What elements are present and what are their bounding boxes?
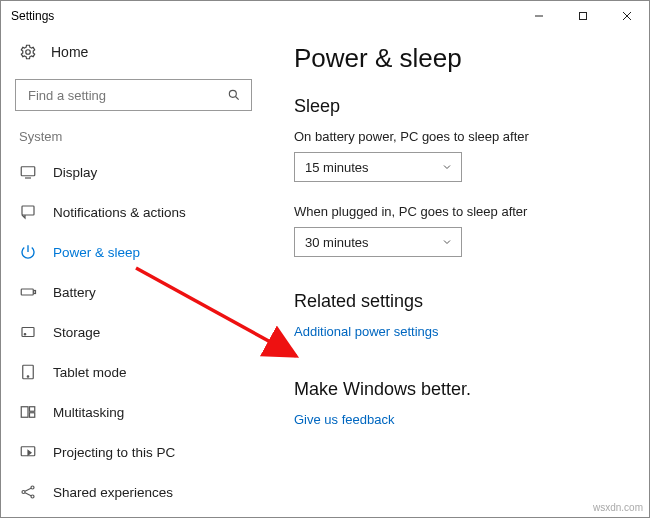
multitasking-icon [19, 403, 37, 421]
group-label: System [1, 125, 266, 152]
settings-window: Settings Home [0, 0, 650, 518]
sidebar-item-label: Notifications & actions [53, 205, 186, 220]
home-label: Home [51, 44, 88, 60]
sidebar-item-power-sleep[interactable]: Power & sleep [1, 232, 266, 272]
search-icon [227, 88, 241, 102]
sleep-heading: Sleep [294, 96, 625, 117]
sidebar-item-label: Projecting to this PC [53, 445, 175, 460]
window-controls [517, 1, 649, 31]
home-button[interactable]: Home [1, 37, 266, 71]
svg-rect-10 [21, 289, 33, 295]
sidebar-item-shared[interactable]: Shared experiences [1, 472, 266, 512]
svg-point-22 [31, 495, 34, 498]
battery-sleep-value: 15 minutes [305, 160, 369, 175]
plugged-sleep-value: 30 minutes [305, 235, 369, 250]
chevron-down-icon [441, 161, 453, 173]
sidebar-item-label: Tablet mode [53, 365, 127, 380]
plugged-sleep-select[interactable]: 30 minutes [294, 227, 462, 257]
sidebar-item-label: Display [53, 165, 97, 180]
sidebar-item-tablet-mode[interactable]: Tablet mode [1, 352, 266, 392]
svg-rect-11 [34, 291, 36, 294]
page-title: Power & sleep [294, 43, 625, 74]
additional-power-settings-link[interactable]: Additional power settings [294, 324, 625, 339]
svg-line-23 [25, 488, 31, 491]
svg-rect-1 [580, 13, 587, 20]
sidebar-item-display[interactable]: Display [1, 152, 266, 192]
projecting-icon [19, 443, 37, 461]
battery-icon [19, 283, 37, 301]
gear-icon [19, 43, 37, 61]
svg-line-6 [236, 97, 239, 100]
svg-point-20 [22, 491, 25, 494]
sidebar-item-multitasking[interactable]: Multitasking [1, 392, 266, 432]
svg-point-21 [31, 486, 34, 489]
search-input[interactable] [15, 79, 252, 111]
svg-rect-18 [30, 413, 35, 418]
sidebar-item-label: Battery [53, 285, 96, 300]
sidebar: Home System Display Notifications & acti… [1, 31, 266, 517]
sidebar-item-label: Shared experiences [53, 485, 173, 500]
svg-point-13 [24, 334, 26, 336]
window-body: Home System Display Notifications & acti… [1, 31, 649, 517]
svg-rect-12 [22, 328, 34, 337]
battery-sleep-select[interactable]: 15 minutes [294, 152, 462, 182]
svg-point-4 [26, 50, 31, 55]
tablet-icon [19, 363, 37, 381]
sidebar-item-storage[interactable]: Storage [1, 312, 266, 352]
svg-point-5 [229, 90, 236, 97]
storage-icon [19, 323, 37, 341]
sidebar-item-label: Storage [53, 325, 100, 340]
svg-line-24 [25, 493, 31, 496]
nav-list: Display Notifications & actions Power & … [1, 152, 266, 512]
minimize-button[interactable] [517, 1, 561, 31]
close-button[interactable] [605, 1, 649, 31]
svg-point-15 [27, 376, 29, 378]
window-title: Settings [11, 9, 54, 23]
watermark: wsxdn.com [593, 502, 643, 513]
svg-rect-16 [21, 407, 28, 418]
sidebar-item-label: Power & sleep [53, 245, 140, 260]
svg-rect-9 [22, 206, 34, 215]
search-field[interactable] [26, 87, 227, 104]
feedback-link[interactable]: Give us feedback [294, 412, 625, 427]
chevron-down-icon [441, 236, 453, 248]
feedback-heading: Make Windows better. [294, 379, 625, 400]
titlebar: Settings [1, 1, 649, 31]
notifications-icon [19, 203, 37, 221]
battery-sleep-label: On battery power, PC goes to sleep after [294, 129, 625, 144]
related-heading: Related settings [294, 291, 625, 312]
plugged-sleep-label: When plugged in, PC goes to sleep after [294, 204, 625, 219]
shared-icon [19, 483, 37, 501]
svg-rect-17 [30, 407, 35, 412]
sidebar-item-battery[interactable]: Battery [1, 272, 266, 312]
content-pane: Power & sleep Sleep On battery power, PC… [266, 31, 649, 517]
display-icon [19, 163, 37, 181]
sidebar-item-label: Multitasking [53, 405, 124, 420]
maximize-button[interactable] [561, 1, 605, 31]
sidebar-item-projecting[interactable]: Projecting to this PC [1, 432, 266, 472]
svg-rect-7 [21, 167, 35, 176]
power-icon [19, 243, 37, 261]
sidebar-item-notifications[interactable]: Notifications & actions [1, 192, 266, 232]
